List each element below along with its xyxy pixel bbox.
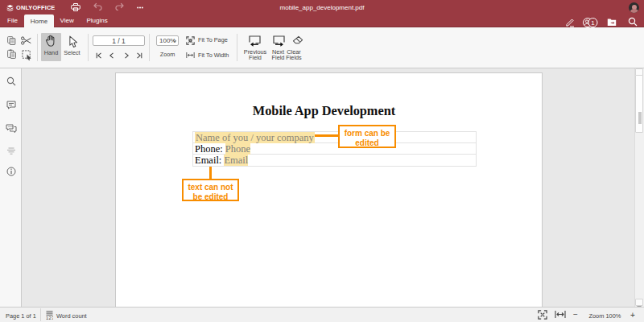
svg-text:123: 123 bbox=[46, 315, 53, 319]
svg-text:1: 1 bbox=[591, 19, 595, 27]
